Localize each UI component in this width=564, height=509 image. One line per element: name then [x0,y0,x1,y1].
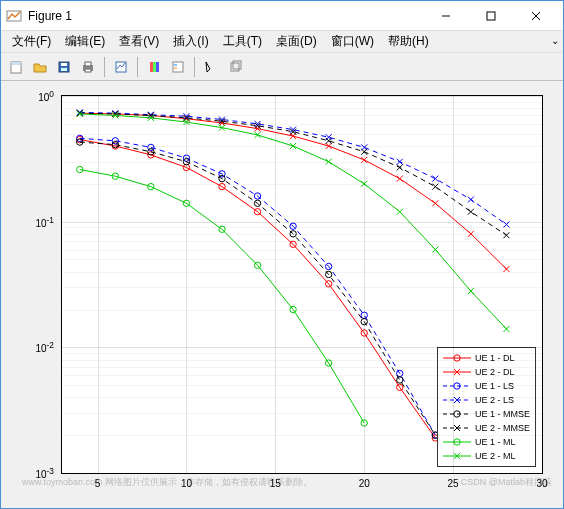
watermark-left: www.toymoban.com 网络图片仅供展示，非存储，如有侵权请联系删除。 [22,476,312,489]
legend-button[interactable] [167,56,189,78]
svg-rect-8 [61,63,67,66]
legend-label: UE 2 - MMSE [475,423,530,433]
menu-insert[interactable]: 插入(I) [166,31,215,52]
svg-rect-14 [150,62,153,72]
window-title: Figure 1 [28,9,423,23]
menu-help[interactable]: 帮助(H) [381,31,436,52]
menu-view[interactable]: 查看(V) [112,31,166,52]
print-button[interactable] [77,56,99,78]
ytick: 10-2 [35,340,54,354]
docking-corner-icon[interactable]: ⌄ [551,35,559,46]
legend-row: UE 1 - ML [443,435,530,449]
toolbar-separator [194,57,195,77]
legend-row: UE 2 - ML [443,449,530,463]
figure-area: UE 1 - DLUE 2 - DLUE 1 - LSUE 2 - LSUE 1… [3,83,561,506]
menu-window[interactable]: 窗口(W) [324,31,381,52]
svg-rect-9 [61,68,67,71]
legend[interactable]: UE 1 - DLUE 2 - DLUE 1 - LSUE 2 - LSUE 1… [437,347,536,467]
svg-rect-20 [231,63,239,71]
svg-rect-16 [156,62,159,72]
ytick: 100 [38,89,54,103]
minimize-button[interactable] [423,2,468,30]
toolbar-separator [104,57,105,77]
axes[interactable]: UE 1 - DLUE 2 - DLUE 1 - LSUE 2 - LSUE 1… [61,95,543,474]
xtick: 20 [359,478,370,489]
figure-icon [6,8,22,24]
close-button[interactable] [513,2,558,30]
colorbar-button[interactable] [143,56,165,78]
svg-rect-17 [173,62,183,72]
toolbar-separator [137,57,138,77]
svg-rect-15 [153,62,156,72]
titlebar[interactable]: Figure 1 [1,1,563,31]
legend-row: UE 2 - LS [443,393,530,407]
xtick: 10 [181,478,192,489]
xtick: 15 [270,478,281,489]
legend-label: UE 2 - ML [475,451,516,461]
ytick: 10-3 [35,466,54,480]
maximize-button[interactable] [468,2,513,30]
svg-rect-2 [487,12,495,20]
xtick: 25 [448,478,459,489]
toolbar [1,53,563,81]
legend-label: UE 1 - ML [475,437,516,447]
ytick: 10-1 [35,214,54,228]
edit-plot-button[interactable] [200,56,222,78]
watermark: www.toymoban.com 网络图片仅供展示，非存储，如有侵权请联系删除。… [22,476,552,489]
menubar: 文件(F) 编辑(E) 查看(V) 插入(I) 工具(T) 桌面(D) 窗口(W… [1,31,563,53]
new-figure-button[interactable] [5,56,27,78]
menu-edit[interactable]: 编辑(E) [58,31,112,52]
xtick: 30 [536,478,547,489]
zoom-button[interactable] [110,56,132,78]
legend-label: UE 1 - DL [475,353,515,363]
svg-rect-12 [85,69,91,72]
figure-window: Figure 1 文件(F) 编辑(E) 查看(V) 插入(I) 工具(T) 桌… [0,0,564,509]
menu-tools[interactable]: 工具(T) [216,31,269,52]
svg-rect-6 [11,62,21,65]
rotate-3d-button[interactable] [224,56,246,78]
svg-point-105 [397,377,403,383]
open-button[interactable] [29,56,51,78]
svg-rect-11 [85,62,91,66]
save-button[interactable] [53,56,75,78]
legend-row: UE 2 - MMSE [443,421,530,435]
svg-rect-21 [233,61,241,69]
menu-file[interactable]: 文件(F) [5,31,58,52]
menu-desktop[interactable]: 桌面(D) [269,31,324,52]
xtick: 5 [95,478,101,489]
